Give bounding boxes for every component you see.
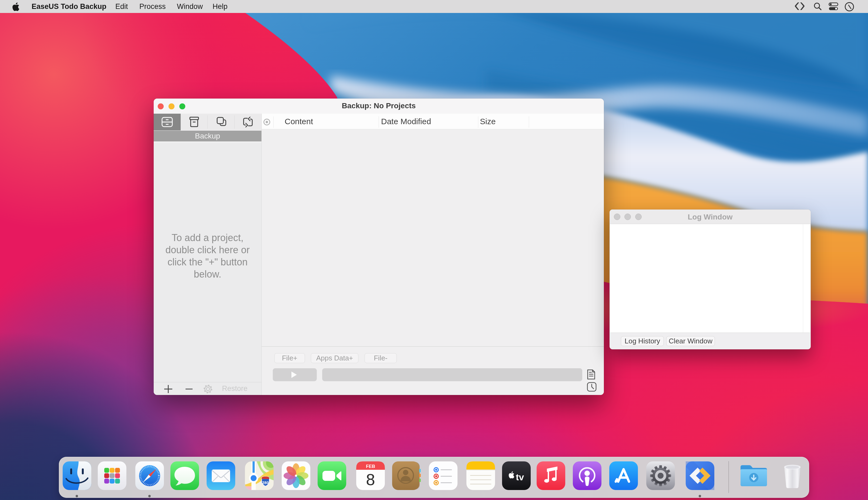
svg-text:FEB: FEB — [366, 464, 375, 469]
svg-text:8: 8 — [366, 470, 375, 489]
svg-text:tv: tv — [516, 472, 524, 482]
svg-text:280: 280 — [262, 480, 269, 485]
